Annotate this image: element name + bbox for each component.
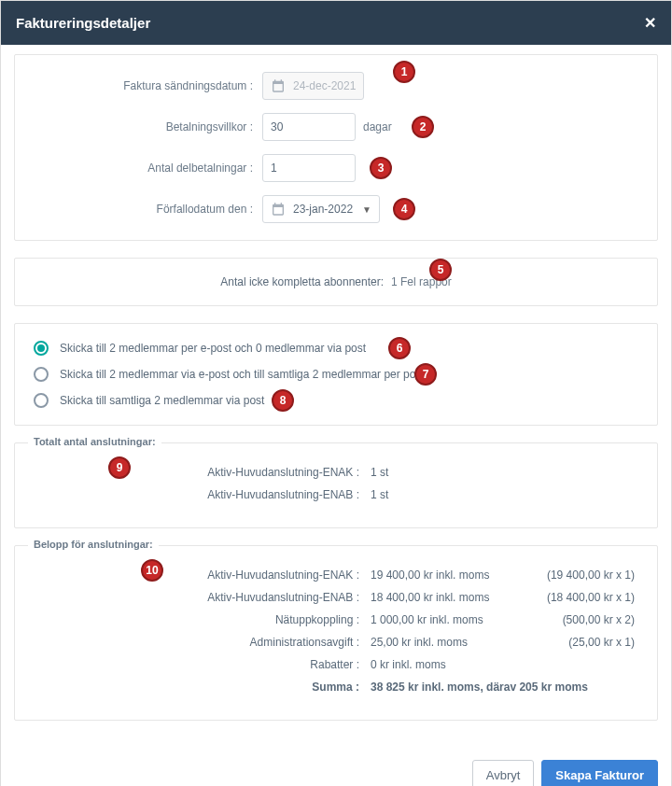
- create-invoices-button[interactable]: Skapa Fakturor: [541, 760, 658, 786]
- due-date-input[interactable]: 23-jan-2022 ▼: [262, 195, 380, 223]
- annotation-3: 3: [370, 157, 392, 179]
- terms-unit: dagar: [363, 120, 392, 133]
- amount-value: 18 400,00 kr inkl. moms: [365, 591, 533, 604]
- amount-calc: (25,00 kr x 1): [533, 636, 638, 649]
- delivery-option-2-label: Skicka till 2 medlemmar via e-post och t…: [60, 368, 425, 381]
- modal-body: Faktura sändningsdatum : 24-dec-2021 1 B…: [1, 45, 671, 751]
- incomplete-panel: Antal icke kompletta abonnenter: 1 Fel r…: [14, 258, 658, 306]
- row-due-date: Förfallodatum den : 23-jan-2022 ▼ 4: [34, 195, 638, 223]
- chevron-down-icon: ▼: [362, 204, 371, 215]
- discount-row: Rabatter : 0 kr inkl. moms: [34, 658, 638, 671]
- amount-value: 1 000,00 kr inkl. moms: [365, 613, 533, 626]
- amount-value: 25,00 kr inkl. moms: [365, 636, 533, 649]
- terms-input[interactable]: [262, 113, 356, 141]
- amounts-panel: Belopp för anslutningar: 10 Aktiv-Huvuda…: [14, 545, 658, 721]
- sum-row: Summa : 38 825 kr inkl. moms, därav 205 …: [34, 681, 638, 694]
- radio-icon: [34, 393, 49, 408]
- amount-row: Nätuppkoppling : 1 000,00 kr inkl. moms …: [34, 613, 638, 626]
- annotation-4: 4: [393, 198, 415, 220]
- row-send-date: Faktura sändningsdatum : 24-dec-2021 1: [34, 72, 638, 100]
- billing-form-panel: Faktura sändningsdatum : 24-dec-2021 1 B…: [14, 54, 658, 241]
- discount-label: Rabatter :: [34, 658, 365, 671]
- label-due-date: Förfallodatum den :: [34, 203, 262, 216]
- amount-label: Aktiv-Huvudanslutning-ENAB :: [34, 591, 365, 604]
- incomplete-label: Antal icke kompletta abonnenter:: [220, 275, 384, 288]
- modal-title: Faktureringsdetaljer: [16, 15, 150, 31]
- amount-calc: (19 400,00 kr x 1): [533, 568, 638, 582]
- amounts-legend: Belopp för anslutningar:: [28, 539, 159, 550]
- due-date-value: 23-jan-2022: [293, 203, 353, 216]
- radio-icon: [34, 341, 49, 356]
- billing-details-modal: Faktureringsdetaljer ✕ Faktura sändnings…: [0, 0, 672, 786]
- radio-icon: [34, 367, 49, 382]
- delivery-option-3[interactable]: Skicka till samtliga 2 medlemmar via pos…: [34, 393, 638, 408]
- annotation-7: 7: [414, 363, 437, 386]
- send-date-input: 24-dec-2021: [262, 72, 364, 100]
- send-date-value: 24-dec-2021: [293, 79, 356, 92]
- connection-name: Aktiv-Huvudanslutning-ENAB :: [34, 488, 365, 501]
- modal-footer: Avbryt Skapa Fakturor: [1, 751, 671, 786]
- delivery-option-3-label: Skicka till samtliga 2 medlemmar via pos…: [60, 394, 264, 407]
- delivery-option-1-label: Skicka till 2 medlemmar per e-post och 0…: [60, 342, 366, 355]
- delivery-option-2[interactable]: Skicka till 2 medlemmar via e-post och t…: [34, 367, 638, 382]
- row-terms: Betalningsvillkor : dagar 2: [34, 113, 638, 141]
- connection-row: Aktiv-Huvudanslutning-ENAB : 1 st: [34, 488, 638, 501]
- modal-header: Faktureringsdetaljer ✕: [1, 1, 671, 45]
- label-terms: Betalningsvillkor :: [34, 120, 262, 133]
- sum-value: 38 825 kr inkl. moms, därav 205 kr moms: [365, 681, 638, 694]
- connection-count: 1 st: [365, 488, 388, 501]
- delivery-option-1[interactable]: Skicka till 2 medlemmar per e-post och 0…: [34, 341, 638, 356]
- connection-count: 1 st: [365, 466, 388, 479]
- amount-calc: (18 400,00 kr x 1): [533, 591, 638, 604]
- discount-value: 0 kr inkl. moms: [365, 658, 533, 671]
- annotation-5: 5: [429, 259, 452, 281]
- partials-input[interactable]: [262, 154, 356, 182]
- cancel-button[interactable]: Avbryt: [472, 760, 535, 786]
- annotation-1: 1: [393, 61, 415, 83]
- annotation-6: 6: [388, 337, 411, 359]
- connection-name: Aktiv-Huvudanslutning-ENAK :: [34, 466, 365, 479]
- amount-row: Administrationsavgift : 25,00 kr inkl. m…: [34, 636, 638, 649]
- amount-label: Aktiv-Huvudanslutning-ENAK :: [34, 568, 365, 582]
- amount-row: Aktiv-Huvudanslutning-ENAB : 18 400,00 k…: [34, 591, 638, 604]
- amount-row: Aktiv-Huvudanslutning-ENAK : 19 400,00 k…: [34, 568, 638, 582]
- row-partials: Antal delbetalningar : 3: [34, 154, 638, 182]
- connections-panel: Totalt antal anslutningar: 9 Aktiv-Huvud…: [14, 442, 658, 528]
- delivery-panel: Skicka till 2 medlemmar per e-post och 0…: [14, 323, 658, 426]
- calendar-icon: [271, 202, 286, 217]
- amount-label: Nätuppkoppling :: [34, 613, 365, 626]
- amount-label: Administrationsavgift :: [34, 636, 365, 649]
- sum-label: Summa :: [34, 681, 365, 694]
- close-icon[interactable]: ✕: [644, 14, 656, 32]
- label-send-date: Faktura sändningsdatum :: [34, 79, 262, 92]
- connections-legend: Totalt antal anslutningar:: [28, 436, 161, 447]
- annotation-2: 2: [412, 116, 434, 138]
- label-partials: Antal delbetalningar :: [34, 161, 262, 175]
- annotation-8: 8: [272, 389, 294, 412]
- calendar-icon: [271, 78, 286, 93]
- amount-value: 19 400,00 kr inkl. moms: [365, 568, 533, 582]
- annotation-9: 9: [108, 456, 131, 479]
- amount-calc: (500,00 kr x 2): [533, 613, 638, 626]
- annotation-10: 10: [141, 559, 163, 582]
